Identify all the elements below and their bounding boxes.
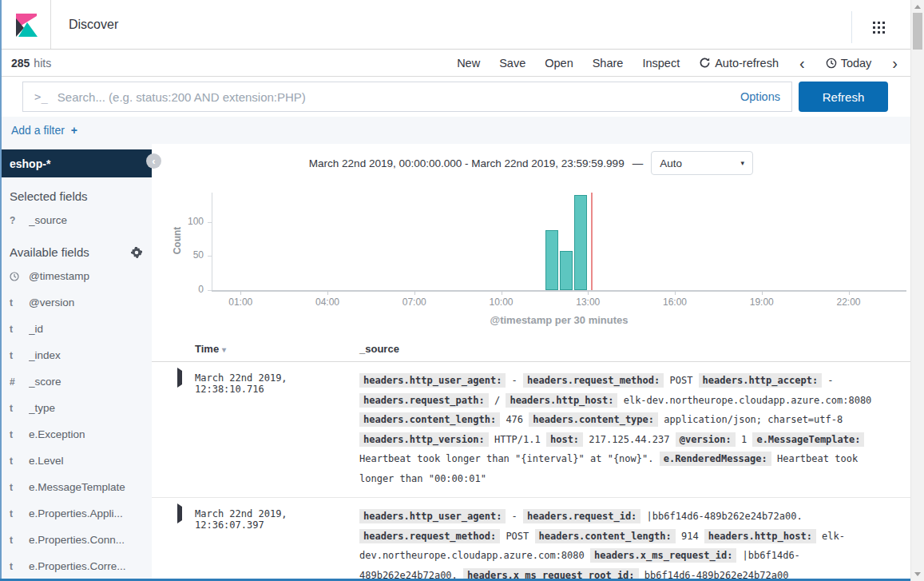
content: ‹ eshop-* Selected fields ?_source Avail… [0, 144, 910, 581]
toolbar-open-link[interactable]: Open [545, 57, 573, 70]
expand-row-icon[interactable] [177, 368, 182, 388]
text-field-icon: t [10, 350, 22, 361]
text-field-icon: t [10, 456, 22, 467]
apps-menu-button[interactable] [851, 11, 885, 43]
search-input[interactable] [58, 90, 732, 104]
field-settings-gear-icon[interactable] [131, 247, 142, 258]
field-item-e-level[interactable]: te.Level [0, 448, 152, 474]
timepicker-label: Today [841, 57, 872, 70]
row-source: headers.http_user_agent: - headers.reque… [359, 371, 898, 488]
date-field-icon [10, 272, 22, 281]
x-tick-label: 01:00 [218, 296, 263, 308]
toolbar-save-link[interactable]: Save [499, 57, 525, 70]
source-field-badge: host: [546, 432, 583, 447]
index-pattern-selector[interactable]: eshop-* [0, 149, 152, 177]
field-name: e.Properties.Corre... [29, 560, 126, 572]
field-name: e.MessageTemplate [29, 481, 125, 493]
source-field-badge: e.RenderedMessage: [660, 452, 771, 466]
query-options-link[interactable]: Options [740, 90, 780, 103]
time-next-button[interactable]: › [890, 55, 899, 71]
x-tick-mark [502, 292, 502, 295]
interval-select[interactable]: Auto ▾ [651, 151, 753, 175]
chart-header: March 22nd 2019, 00:00:00.000 - March 22… [152, 151, 910, 175]
field-name: e.Properties.Appli... [29, 507, 123, 519]
top-header: Discover [0, 0, 910, 50]
source-field-badge: headers.http_host: [704, 529, 816, 543]
source-field-badge: headers.http_host: [506, 393, 617, 408]
scrollbar-thumb[interactable] [913, 13, 922, 50]
toolbar-new-link[interactable]: New [457, 57, 480, 70]
field-item-e-properties-appli-[interactable]: te.Properties.Appli... [0, 500, 152, 527]
source-field-badge: headers.http_version: [359, 432, 489, 447]
search-section: >_ Options Refresh [0, 77, 910, 117]
y-tick-mark [208, 256, 212, 257]
histogram-bar-11:30[interactable] [545, 230, 558, 290]
sidebar-collapse-button[interactable]: ‹ [146, 153, 161, 169]
text-field-icon: t [10, 508, 22, 519]
row-source: headers.http_user_agent: - headers.reque… [359, 507, 898, 581]
add-filter-label: Add a filter [11, 124, 65, 137]
available-fields-heading: Available fields [0, 233, 152, 263]
histogram-chart[interactable]: 05010001:0004:0007:0010:0013:0016:0019:0… [152, 180, 910, 330]
page-title: Discover [69, 18, 118, 32]
field-item-e-messagetemplate[interactable]: te.MessageTemplate [0, 474, 152, 500]
scroll-up-icon[interactable] [914, 5, 921, 9]
field-item--source[interactable]: ?_source [0, 207, 152, 233]
source-field-badge: headers.content_length: [535, 529, 676, 543]
field-item-e-properties-conn-[interactable]: te.Properties.Conn... [0, 527, 152, 553]
caret-cell [177, 371, 195, 488]
field-name: @version [29, 296, 74, 308]
text-field-icon: t [10, 535, 22, 546]
kibana-logo-icon [13, 12, 38, 38]
histogram-bar-12:00[interactable] [560, 251, 573, 290]
x-tick-mark [849, 292, 850, 295]
histogram-bar-12:30[interactable] [574, 195, 587, 290]
x-tick-mark [675, 292, 676, 295]
apps-grid-icon [873, 22, 885, 34]
toolbar-inspect-link[interactable]: Inspect [642, 57, 680, 70]
toolbar-share-link[interactable]: Share [593, 57, 624, 70]
x-tick-label: 07:00 [392, 296, 437, 308]
source-field-badge: e.MessageTemplate: [752, 432, 864, 447]
scroll-down-icon[interactable] [914, 572, 921, 576]
time-range-label: March 22nd 2019, 00:00:00.000 - March 22… [309, 157, 625, 169]
filter-bar: Add a filter + [0, 117, 910, 144]
vertical-scrollbar[interactable] [910, 0, 924, 581]
x-tick-mark [588, 292, 589, 295]
kibana-logo[interactable] [0, 0, 51, 49]
refresh-button[interactable]: Refresh [799, 82, 888, 112]
current-time-marker [591, 193, 593, 290]
time-prev-button[interactable]: ‹ [798, 55, 807, 71]
hits-count: 285 [11, 57, 30, 70]
field-item--type[interactable]: t_type [0, 395, 152, 421]
field-name: _index [29, 349, 61, 361]
field-item-e-exception[interactable]: te.Exception [0, 421, 152, 448]
x-tick-label: 13:00 [565, 296, 610, 308]
time-column-header[interactable]: Time▾ [195, 343, 359, 355]
source-field-badge: headers.x_ms_request_id: [590, 548, 736, 563]
select-caret-icon: ▾ [741, 159, 745, 167]
field-item--score[interactable]: #_score [0, 368, 152, 395]
field-item--timestamp[interactable]: @timestamp [0, 263, 152, 289]
y-axis-title: Count [172, 192, 183, 289]
field-item--id[interactable]: t_id [0, 316, 152, 342]
table-row: March 22nd 2019, 12:38:10.716headers.htt… [152, 362, 910, 498]
sort-down-icon: ▾ [222, 345, 226, 354]
number-field-icon: # [10, 376, 22, 388]
field-item--index[interactable]: t_index [0, 342, 152, 368]
add-filter-link[interactable]: Add a filter + [11, 124, 77, 137]
field-item-e-properties-corre-[interactable]: te.Properties.Corre... [0, 553, 152, 579]
source-column-header: _source [359, 343, 898, 355]
auto-refresh-button[interactable]: Auto-refresh [699, 57, 779, 70]
table-row: March 22nd 2019, 12:36:07.397headers.htt… [152, 498, 910, 581]
source-field-badge: headers.request_method: [359, 529, 500, 543]
x-tick-mark [240, 292, 241, 295]
expand-row-icon[interactable] [177, 503, 182, 523]
text-field-icon: t [10, 429, 22, 440]
field-name: e.Exception [29, 428, 85, 440]
range-dash: — [633, 157, 644, 169]
x-tick-label: 04:00 [305, 296, 350, 308]
timepicker-button[interactable]: Today [826, 57, 872, 70]
field-item--version[interactable]: t@version [0, 289, 152, 316]
documents-table: Time▾ _source March 22nd 2019, 12:38:10.… [152, 338, 910, 581]
